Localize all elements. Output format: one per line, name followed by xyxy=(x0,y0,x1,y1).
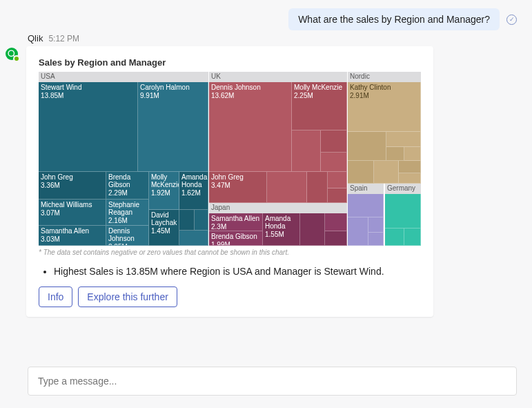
insight-bullet: Highest Sales is 13.85M where Region is … xyxy=(54,266,421,277)
region-label: Germany xyxy=(385,184,421,194)
cell-value: 1.92M xyxy=(151,189,177,197)
message-composer xyxy=(28,367,517,396)
treemap-cell[interactable] xyxy=(300,213,325,246)
bot-timestamp: 5:12 PM xyxy=(48,34,79,43)
region-nordic[interactable]: Nordic Kathy Clinton2.91M xyxy=(348,72,421,184)
treemap-cell[interactable] xyxy=(307,172,328,203)
cell-name: Kathy Clinton xyxy=(350,84,418,91)
cell-value: 3.03M xyxy=(41,235,104,243)
cell-value: 9.91M xyxy=(140,92,206,99)
treemap-cell[interactable]: David Laychak1.45M xyxy=(149,210,179,246)
bot-message-row: Sales by Region and Manager USA Stewart … xyxy=(0,46,532,317)
region-label: Nordic xyxy=(348,72,421,82)
cell-value: 3.47M xyxy=(211,182,264,189)
treemap-cell[interactable]: Dennis Johnson2.05M xyxy=(106,226,149,246)
treemap-cell[interactable] xyxy=(368,217,384,233)
treemap-cell[interactable] xyxy=(292,130,321,172)
cell-value: 1.55M xyxy=(265,231,297,238)
treemap-cell[interactable] xyxy=(348,217,368,246)
bot-message-meta: Qlik 5:12 PM xyxy=(0,33,532,46)
treemap-cell[interactable] xyxy=(368,233,384,246)
cell-name: Samantha Allen xyxy=(41,227,104,235)
region-germany[interactable]: Germany xyxy=(385,184,421,246)
treemap-cell[interactable] xyxy=(386,147,404,161)
cell-name: Brenda Gibson xyxy=(211,233,260,240)
region-label: USA xyxy=(39,72,208,82)
treemap-cell[interactable]: Samantha Allen3.03M xyxy=(39,226,106,246)
response-card: Sales by Region and Manager USA Stewart … xyxy=(26,46,433,317)
treemap-cell[interactable] xyxy=(348,194,384,217)
cell-name: Amanda Honda xyxy=(265,215,297,230)
chart-title: Sales by Region and Manager xyxy=(39,57,421,68)
treemap-cell[interactable] xyxy=(374,161,399,184)
treemap-cell[interactable]: Stewart Wind13.85M xyxy=(39,82,138,172)
cell-value: 3.07M xyxy=(41,209,104,217)
treemap-cell[interactable]: Kathy Clinton2.91M xyxy=(348,82,421,132)
treemap-chart[interactable]: USA Stewart Wind13.85M Carolyn Halmon9.9… xyxy=(39,72,421,246)
bot-name: Qlik xyxy=(28,33,43,43)
treemap-cell[interactable] xyxy=(179,210,195,231)
cell-value: 2.05M xyxy=(108,243,146,246)
region-spain[interactable]: Spain xyxy=(348,184,384,246)
cell-name: Dennis Johnson xyxy=(211,84,289,91)
user-message-bubble: What are the sales by Region and Manager… xyxy=(288,8,500,30)
info-button[interactable]: Info xyxy=(39,286,72,307)
treemap-cell[interactable]: Molly McKenzie1.92M xyxy=(149,172,179,210)
treemap-cell[interactable] xyxy=(179,231,208,246)
treemap-cell[interactable] xyxy=(399,161,421,173)
region-uk[interactable]: UK Dennis Johnson13.62M Molly McKenzie2.… xyxy=(209,72,347,203)
treemap-cell[interactable] xyxy=(328,172,347,188)
treemap-cell[interactable]: Stephanie Reagan2.16M xyxy=(106,200,149,226)
treemap-cell[interactable]: Brenda Gibson1.99M xyxy=(209,231,263,246)
treemap-cell[interactable] xyxy=(325,213,347,231)
cell-name: David Laychak xyxy=(151,211,177,226)
treemap-cell[interactable] xyxy=(348,132,386,161)
treemap-cell[interactable]: Samantha Allen2.3M xyxy=(209,213,263,231)
cell-name: Molly McKenzie xyxy=(151,173,177,188)
cell-value: 1.45M xyxy=(151,227,177,235)
treemap-cell[interactable]: Amanda Honda1.55M xyxy=(263,213,300,246)
message-input[interactable] xyxy=(28,367,517,396)
cell-name: Micheal Williams xyxy=(41,201,104,208)
cell-name: Molly McKenzie xyxy=(294,84,344,91)
cell-value: 2.3M xyxy=(211,223,260,231)
treemap-cell[interactable] xyxy=(321,130,347,153)
treemap-cell[interactable]: Carolyn Halmon9.91M xyxy=(138,82,208,172)
treemap-cell[interactable] xyxy=(321,153,347,172)
treemap-cell[interactable] xyxy=(399,173,421,184)
treemap-cell[interactable] xyxy=(404,229,421,246)
treemap-cell[interactable] xyxy=(267,172,307,203)
region-usa[interactable]: USA Stewart Wind13.85M Carolyn Halmon9.9… xyxy=(39,72,208,246)
treemap-cell[interactable] xyxy=(385,194,421,229)
bot-avatar-icon xyxy=(6,48,18,60)
treemap-cell[interactable]: Amanda Honda1.62M xyxy=(179,172,208,210)
region-label: Japan xyxy=(209,203,347,213)
treemap-cell[interactable]: John Greg3.47M xyxy=(209,172,267,203)
cell-name: Stewart Wind xyxy=(41,84,135,91)
cell-value: 2.25M xyxy=(294,92,344,99)
region-japan[interactable]: Japan Samantha Allen2.3M Amanda Honda1.5… xyxy=(209,203,347,246)
treemap-cell[interactable] xyxy=(386,132,421,147)
treemap-cell[interactable] xyxy=(325,231,347,246)
treemap-cell[interactable]: John Greg3.36M xyxy=(39,172,106,200)
cell-value: 2.29M xyxy=(108,189,146,197)
explore-button[interactable]: Explore this further xyxy=(78,286,177,307)
treemap-cell[interactable]: Brenda Gibson2.29M xyxy=(106,172,149,200)
chart-footnote: * The data set contains negative or zero… xyxy=(39,249,421,256)
treemap-cell[interactable]: Micheal Williams3.07M xyxy=(39,200,106,226)
cell-value: 2.16M xyxy=(108,217,146,224)
cell-name: John Greg xyxy=(41,173,104,181)
treemap-cell[interactable] xyxy=(328,188,347,203)
treemap-cell[interactable]: Molly McKenzie2.25M xyxy=(292,82,347,130)
treemap-cell[interactable] xyxy=(385,229,404,246)
cell-value: 3.36M xyxy=(41,182,104,189)
cell-name: Brenda Gibson xyxy=(108,173,146,188)
delivered-check-icon: ✓ xyxy=(506,14,517,25)
treemap-cell[interactable] xyxy=(195,210,208,231)
region-label: UK xyxy=(209,72,347,82)
action-row: Info Explore this further xyxy=(39,286,421,307)
treemap-cell[interactable]: Dennis Johnson13.62M xyxy=(209,82,292,172)
treemap-cell[interactable] xyxy=(348,161,374,184)
treemap-cell[interactable] xyxy=(404,147,421,161)
cell-value: 13.62M xyxy=(211,92,289,99)
